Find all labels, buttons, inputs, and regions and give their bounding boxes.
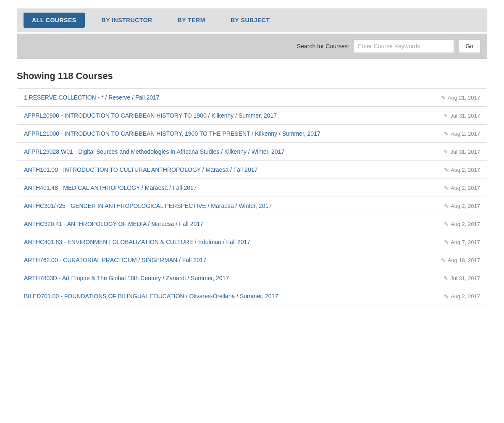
course-date: ✎Aug 21, 2017 [441, 95, 480, 101]
course-date: ✎Aug 2, 2017 [444, 185, 480, 191]
course-item[interactable]: ANTHC301/725 - GENDER IN ANTHROPOLOGICAL… [17, 197, 487, 215]
course-date-text: Aug 21, 2017 [448, 95, 480, 101]
course-link[interactable]: ANTH401.48 - MEDICAL ANTHROPOLOGY / Mara… [24, 184, 197, 191]
page-wrapper: ALL COURSESBY INSTRUCTORBY TERMBY SUBJEC… [8, 0, 496, 314]
course-date-text: Aug 2, 2017 [451, 167, 480, 173]
edit-icon: ✎ [444, 185, 449, 191]
search-label: Search for Courses: [297, 43, 349, 50]
course-list: 1.RESERVE COLLECTION - * / Reserve / Fal… [17, 88, 487, 305]
course-link[interactable]: 1.RESERVE COLLECTION - * / Reserve / Fal… [24, 94, 160, 101]
course-link[interactable]: BILED701.00 - FOUNDATIONS OF BILINGUAL E… [24, 293, 278, 300]
course-date: ✎Aug 2, 2017 [444, 221, 480, 227]
go-button[interactable]: Go [458, 39, 480, 53]
search-bar: Search for Courses: Go [17, 34, 487, 59]
course-item[interactable]: ANTH401.48 - MEDICAL ANTHROPOLOGY / Mara… [17, 179, 487, 197]
course-date-text: Aug 2, 2017 [451, 131, 480, 137]
edit-icon: ✎ [444, 275, 448, 281]
course-date: ✎Jul 31, 2017 [444, 149, 480, 155]
course-item[interactable]: ANTHC320.41 - ANTHROPOLOGY OF MEDIA / Ma… [17, 215, 487, 233]
course-date-text: Aug 2, 2017 [451, 185, 480, 191]
course-item[interactable]: AFPRL21000 - INTRODUCTION TO CARIBBEAN H… [17, 125, 487, 143]
course-item[interactable]: AFPRL29028,W01 - Digital Sources and Met… [17, 143, 487, 161]
course-link[interactable]: ARTH762.00 - CURATORIAL PRACTICUM / SING… [24, 257, 206, 263]
edit-icon: ✎ [444, 149, 448, 155]
course-link[interactable]: ANTHC301/725 - GENDER IN ANTHROPOLOGICAL… [24, 202, 272, 209]
edit-icon: ✎ [444, 293, 449, 300]
tab-by-subject[interactable]: BY SUBJECT [222, 13, 278, 28]
course-date-text: Jul 31, 2017 [450, 113, 480, 119]
edit-icon: ✎ [444, 239, 449, 245]
course-date-text: Aug 2, 2017 [451, 221, 480, 227]
course-link[interactable]: ARTH7803D - Art Empire & The Global 18th… [24, 275, 229, 281]
course-link[interactable]: ANTH101.00 - INTRODUCTION TO CULTURAL AN… [24, 166, 257, 173]
course-date: ✎Aug 7, 2017 [444, 239, 480, 245]
course-date: ✎Aug 2, 2017 [444, 203, 480, 209]
course-item[interactable]: ARTH7803D - Art Empire & The Global 18th… [17, 269, 487, 287]
course-item[interactable]: AFPRL20900 - INTRODUCTION TO CARIBBEAN H… [17, 107, 487, 125]
course-link[interactable]: ANTHC320.41 - ANTHROPOLOGY OF MEDIA / Ma… [24, 221, 203, 227]
tab-by-instructor[interactable]: BY INSTRUCTOR [93, 13, 161, 28]
course-date: ✎Jul 31, 2017 [444, 113, 480, 119]
courses-heading: Showing 118 Courses [17, 71, 487, 81]
course-date-text: Aug 2, 2017 [451, 293, 480, 300]
course-date-text: Aug 18, 2017 [448, 257, 480, 263]
tab-by-term[interactable]: BY TERM [169, 13, 214, 28]
course-item[interactable]: BILED701.00 - FOUNDATIONS OF BILINGUAL E… [17, 287, 487, 305]
search-input[interactable] [353, 39, 454, 53]
edit-icon: ✎ [441, 257, 446, 263]
course-link[interactable]: AFPRL29028,W01 - Digital Sources and Met… [24, 148, 284, 155]
course-item[interactable]: ANTH101.00 - INTRODUCTION TO CULTURAL AN… [17, 161, 487, 179]
course-item[interactable]: ANTHC401.83 - ENVIRONMENT GLOBALIZATION … [17, 233, 487, 251]
tab-all-courses[interactable]: ALL COURSES [24, 13, 85, 28]
course-link[interactable]: ANTHC401.83 - ENVIRONMENT GLOBALIZATION … [24, 239, 250, 245]
edit-icon: ✎ [444, 221, 449, 227]
course-date: ✎Aug 18, 2017 [441, 257, 480, 263]
course-date-text: Aug 2, 2017 [451, 203, 480, 209]
edit-icon: ✎ [444, 167, 449, 173]
tab-bar: ALL COURSESBY INSTRUCTORBY TERMBY SUBJEC… [17, 8, 487, 32]
course-link[interactable]: AFPRL21000 - INTRODUCTION TO CARIBBEAN H… [24, 130, 320, 137]
course-date: ✎Aug 2, 2017 [444, 131, 480, 137]
course-date: ✎Aug 2, 2017 [444, 167, 480, 173]
course-date-text: Aug 7, 2017 [451, 239, 480, 245]
course-date-text: Jul 31, 2017 [450, 275, 480, 281]
edit-icon: ✎ [444, 113, 448, 119]
edit-icon: ✎ [441, 95, 446, 101]
edit-icon: ✎ [444, 203, 449, 209]
course-date: ✎Aug 2, 2017 [444, 293, 480, 300]
course-item[interactable]: 1.RESERVE COLLECTION - * / Reserve / Fal… [17, 89, 487, 107]
course-item[interactable]: ARTH762.00 - CURATORIAL PRACTICUM / SING… [17, 251, 487, 269]
course-date-text: Jul 31, 2017 [450, 149, 480, 155]
course-link[interactable]: AFPRL20900 - INTRODUCTION TO CARIBBEAN H… [24, 112, 277, 119]
course-date: ✎Jul 31, 2017 [444, 275, 480, 281]
edit-icon: ✎ [444, 131, 449, 137]
